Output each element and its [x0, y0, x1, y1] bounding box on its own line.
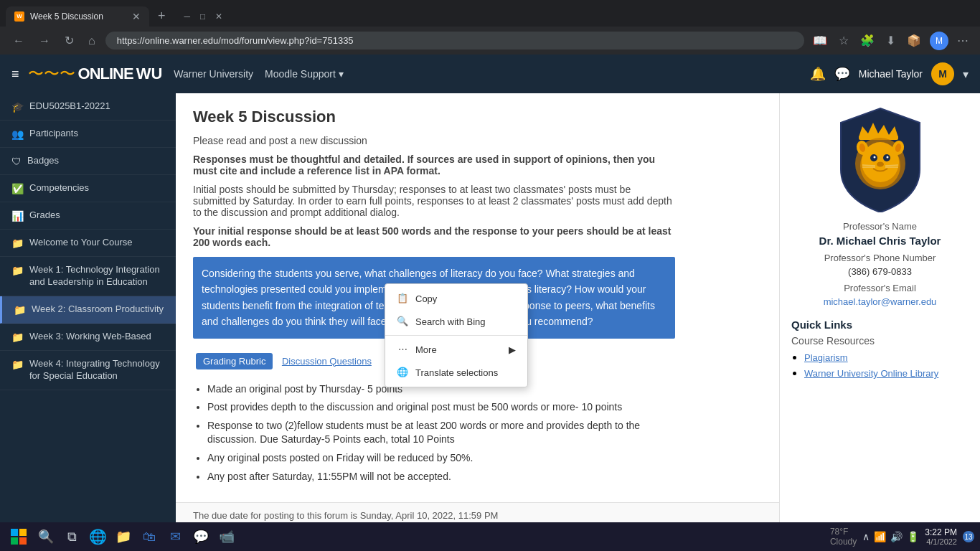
resource-wuol: Warner University Online Library — [804, 367, 969, 380]
home-button[interactable]: ⌂ — [84, 32, 100, 50]
taskbar-right: 78°F Cloudy ∧ 📶 🔊 🔋 3:22 PM 4/1/2022 13 — [830, 527, 974, 547]
lion-svg — [834, 105, 927, 212]
message-icon[interactable]: 💬 — [834, 66, 850, 82]
sidebar-item-week1[interactable]: 📁 Week 1: Technology Integration and Lea… — [0, 257, 176, 296]
store-taskbar-icon[interactable]: 🛍 — [138, 525, 161, 548]
main-layout: 🎓 EDU5025B1-20221 👥 Participants 🛡 Badge… — [0, 93, 980, 551]
new-tab-button[interactable]: + — [152, 6, 171, 27]
files-taskbar-icon[interactable]: 📁 — [112, 525, 135, 548]
sidebar-item-week3[interactable]: 📁 Week 3: Working Web-Based — [0, 324, 176, 351]
context-menu-translate[interactable]: 🌐 Translate selections — [385, 361, 527, 384]
para1: Responses must be thoughtful and detaile… — [193, 154, 675, 176]
search-bing-label: Search with Bing — [415, 316, 486, 327]
task-view-icon[interactable]: ⧉ — [60, 525, 83, 548]
tab-bar: W Week 5 Discussion ✕ + ─ □ ✕ — [0, 0, 980, 27]
svg-rect-18 — [11, 529, 18, 536]
sidebar-item-week2[interactable]: 📁 Week 2: Classroom Productivity — [0, 296, 176, 324]
quick-links-title: Quick Links — [791, 319, 969, 331]
forward-button[interactable]: → — [34, 32, 55, 50]
svg-point-7 — [873, 156, 875, 159]
tab-title: Week 5 Discussion — [30, 11, 103, 22]
logo-text: ONLINE — [78, 65, 133, 83]
university-link[interactable]: Warner University — [174, 68, 253, 80]
zoom-taskbar-icon[interactable]: 📹 — [215, 525, 238, 548]
weather-temp: 78°F — [830, 527, 857, 537]
tab-close-button[interactable]: ✕ — [132, 11, 141, 22]
context-menu-more[interactable]: ⋯More ▶ — [385, 338, 527, 361]
more-options-button[interactable]: ⋯ — [954, 31, 971, 50]
logo-waves: 〜〜〜 — [28, 63, 75, 85]
grading-bullets: Made an original post by Thursday- 5 poi… — [207, 382, 675, 484]
folder-icon-welcome: 📁 — [11, 237, 24, 249]
favorites-button[interactable]: ☆ — [836, 31, 852, 50]
sidebar: 🎓 EDU5025B1-20221 👥 Participants 🛡 Badge… — [0, 93, 176, 551]
edge-taskbar-icon[interactable]: 🌐 — [86, 525, 109, 548]
bullet-2: Post provides depth to the discussion an… — [207, 400, 675, 415]
volume-icon[interactable]: 🔊 — [890, 531, 903, 542]
bullet-5: Any post after Saturday, 11:55PM will no… — [207, 470, 675, 484]
mail-taskbar-icon[interactable]: ✉ — [164, 525, 187, 548]
search-icon: 🔍 — [397, 316, 408, 327]
minimize-button[interactable]: ─ — [180, 9, 195, 24]
email-value[interactable]: michael.taylor@warner.edu — [791, 296, 969, 307]
sidebar-week1-label: Week 1: Technology Integration and Leade… — [29, 264, 164, 288]
active-tab[interactable]: W Week 5 Discussion ✕ — [6, 6, 149, 27]
weather-widget: 78°F Cloudy — [830, 527, 857, 547]
header-right: 🔔 💬 Michael Taylor M ▾ — [810, 62, 969, 85]
url-input[interactable] — [105, 32, 804, 50]
wuol-link[interactable]: Warner University Online Library — [804, 368, 938, 379]
profile-avatar[interactable]: M — [930, 32, 948, 50]
windows-icon — [11, 529, 27, 545]
refresh-button[interactable]: ↻ — [60, 31, 78, 50]
battery-icon[interactable]: 🔋 — [907, 531, 919, 542]
moodle-header: ≡ 〜〜〜 ONLINE WU Warner University Moodle… — [0, 55, 980, 93]
wifi-icon[interactable]: 📶 — [874, 531, 886, 542]
sidebar-item-course-id[interactable]: 🎓 EDU5025B1-20221 — [0, 93, 176, 121]
start-button[interactable] — [6, 524, 32, 550]
sidebar-item-week4[interactable]: 📁 Week 4: Integrating Technology for Spe… — [0, 351, 176, 390]
quick-links-section: Quick Links Course Resources Plagiarism … — [791, 319, 969, 380]
teams-taskbar-icon[interactable]: 💬 — [189, 525, 212, 548]
sidebar-grades-label: Grades — [29, 209, 60, 222]
folder-icon-week2: 📁 — [14, 304, 26, 316]
extensions-button[interactable]: 🧩 — [857, 31, 877, 50]
sidebar-item-grades[interactable]: 📊 Grades — [0, 202, 176, 230]
folder-icon-week1: 📁 — [11, 265, 24, 276]
svg-line-10 — [862, 165, 875, 166]
close-window-button[interactable]: ✕ — [211, 9, 227, 24]
sidebar-item-welcome[interactable]: 📁 Welcome to Your Course — [0, 230, 176, 257]
moodle-support-dropdown[interactable]: Moodle Support ▾ — [265, 68, 344, 80]
translate-label: Translate selections — [415, 367, 498, 378]
intro-text: Please read and post a new discussion — [193, 135, 675, 146]
collections-button[interactable]: 📦 — [904, 31, 924, 50]
plagiarism-link[interactable]: Plagiarism — [804, 352, 848, 363]
user-dropdown-arrow[interactable]: ▾ — [963, 67, 969, 81]
sidebar-item-participants[interactable]: 👥 Participants — [0, 121, 176, 148]
user-name: Michael Taylor — [859, 68, 923, 80]
badges-icon: 🛡 — [11, 156, 22, 167]
context-menu-copy[interactable]: 📋 Copy — [385, 287, 527, 310]
user-avatar[interactable]: M — [931, 62, 954, 85]
sidebar-item-competencies[interactable]: ✅ Competencies — [0, 175, 176, 202]
chevron-right-icon: ▶ — [509, 344, 516, 355]
professor-name: Dr. Michael Chris Taylor — [791, 235, 969, 247]
resource-plagiarism: Plagiarism — [804, 351, 969, 364]
search-taskbar-icon[interactable]: 🔍 — [34, 525, 57, 548]
notification-bell[interactable]: 🔔 — [810, 66, 826, 82]
hamburger-menu[interactable]: ≡ — [11, 67, 19, 82]
sidebar-item-badges[interactable]: 🛡 Badges — [0, 148, 176, 175]
chevron-up-icon[interactable]: ∧ — [862, 531, 870, 542]
time-display[interactable]: 3:22 PM 4/1/2022 — [925, 527, 957, 546]
maximize-button[interactable]: □ — [196, 9, 209, 24]
context-menu-search-bing[interactable]: 🔍 Search with Bing — [385, 310, 527, 333]
back-button[interactable]: ← — [9, 32, 29, 50]
copy-label: Copy — [415, 293, 437, 304]
participants-icon: 👥 — [11, 128, 24, 140]
notification-count-badge[interactable]: 13 — [963, 531, 974, 542]
downloads-button[interactable]: ⬇ — [883, 31, 898, 50]
browser-extras: ─ □ ✕ — [180, 9, 227, 24]
reader-view-button[interactable]: 📖 — [810, 31, 830, 50]
context-menu[interactable]: 📋 Copy 🔍 Search with Bing ⋯More ▶ 🌐 Tran… — [385, 283, 528, 387]
grading-rubric-link[interactable]: Grading Rubric — [196, 353, 273, 369]
discussion-questions-link[interactable]: Discussion Questions — [282, 356, 372, 367]
